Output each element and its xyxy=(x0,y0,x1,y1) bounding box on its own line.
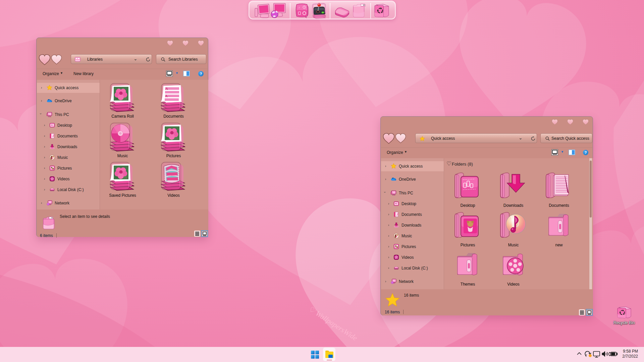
svg-text:A: A xyxy=(165,86,168,90)
svg-text:A: A xyxy=(165,94,168,98)
svg-text:♪: ♪ xyxy=(299,5,300,9)
